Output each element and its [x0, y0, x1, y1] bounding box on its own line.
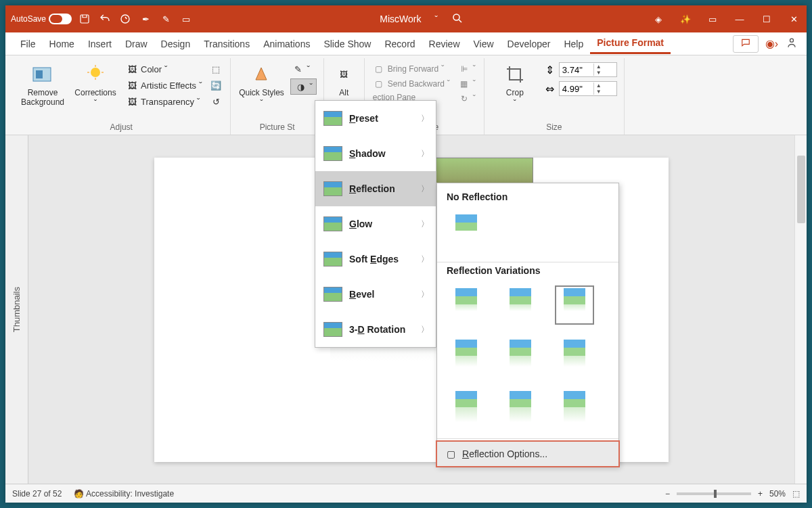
- height-input[interactable]: ▲▼: [559, 62, 617, 77]
- search-icon[interactable]: [451, 12, 465, 26]
- chevron-right-icon: 〉: [421, 183, 429, 195]
- svg-point-6: [91, 68, 100, 77]
- corrections-button[interactable]: Corrections ˇ: [72, 62, 119, 108]
- zoom-in-button[interactable]: +: [758, 489, 763, 499]
- toggle-switch[interactable]: On: [49, 14, 72, 24]
- group-button[interactable]: ▦ˇ: [457, 77, 477, 91]
- effects-3d-rotation[interactable]: 3-D Rotation〉: [315, 312, 436, 347]
- present-icon[interactable]: ▭: [179, 11, 194, 26]
- reflection-var-9[interactable]: [555, 388, 594, 428]
- tab-animations[interactable]: Animations: [256, 34, 317, 53]
- rotate-button[interactable]: ↻ˇ: [457, 92, 477, 106]
- reflection-none[interactable]: [447, 212, 486, 251]
- slide-counter[interactable]: Slide 27 of 52: [12, 489, 62, 499]
- reflection-var-1[interactable]: [447, 285, 486, 325]
- reflection-submenu: No Reflection Reflection Variations ▢ Re…: [436, 183, 619, 467]
- bring-forward-button[interactable]: ▢Bring Forward ˇ: [371, 62, 451, 76]
- eyedropper-icon[interactable]: ✒: [138, 11, 153, 26]
- width-input[interactable]: ▲▼: [559, 81, 617, 96]
- effects-reflection[interactable]: Reflection〉: [315, 171, 436, 206]
- align-button[interactable]: ⊫ˇ: [457, 62, 477, 76]
- reflection-var-5[interactable]: [501, 337, 540, 376]
- reflection-options-button[interactable]: ▢ Reflection Options...: [437, 442, 618, 466]
- thumbnails-label: Thumbnails: [12, 287, 22, 332]
- share-icon[interactable]: [785, 36, 798, 52]
- chevron-right-icon: 〉: [421, 218, 429, 230]
- accessibility-status[interactable]: 🧑 Accessibility: Investigate: [74, 489, 174, 499]
- vertical-scrollbar[interactable]: [794, 135, 807, 484]
- tab-developer[interactable]: Developer: [501, 34, 558, 53]
- divider: [437, 262, 618, 262]
- undo-icon[interactable]: [97, 11, 112, 26]
- zoom-out-button[interactable]: −: [665, 489, 670, 499]
- tab-design[interactable]: Design: [154, 34, 198, 53]
- color-button[interactable]: 🖼Color ˇ: [125, 62, 203, 76]
- tab-file[interactable]: File: [14, 34, 43, 53]
- reflection-var-7[interactable]: [447, 388, 486, 428]
- ribbon-tabs: File Home Insert Draw Design Transitions…: [5, 32, 807, 55]
- svg-point-2: [453, 14, 459, 20]
- tab-review[interactable]: Review: [422, 34, 467, 53]
- reflection-var-4[interactable]: [447, 337, 486, 376]
- reset-picture-button[interactable]: ↺: [208, 95, 223, 108]
- group-size: Crop ˇ ⇕ ▲▼ ⇔ ▲▼ Size: [484, 58, 625, 135]
- pen-icon[interactable]: ✎: [158, 11, 173, 26]
- reflection-var-3[interactable]: [555, 285, 594, 325]
- maximize-icon[interactable]: ☐: [759, 11, 774, 26]
- effects-preset[interactable]: Preset〉: [315, 101, 436, 136]
- fit-to-window-icon[interactable]: ⬚: [792, 489, 800, 499]
- effects-soft-edges[interactable]: Soft Edges〉: [315, 241, 436, 277]
- reflection-var-2[interactable]: [501, 285, 540, 325]
- effects-shadow[interactable]: Shadow〉: [315, 136, 436, 171]
- tab-slideshow[interactable]: Slide Show: [317, 34, 378, 53]
- effects-glow[interactable]: Glow〉: [315, 206, 436, 241]
- artistic-icon: 🖼: [126, 79, 138, 91]
- quick-styles-button[interactable]: Quick Styles ˇ: [238, 62, 285, 108]
- remove-background-button[interactable]: Remove Background: [19, 62, 66, 107]
- quick-styles-icon: [249, 62, 273, 87]
- tab-picture-format[interactable]: Picture Format: [590, 33, 671, 54]
- reflection-var-6[interactable]: [555, 337, 594, 376]
- group-adjust: Remove Background Corrections ˇ 🖼Color ˇ…: [12, 58, 231, 135]
- tab-draw[interactable]: Draw: [118, 34, 154, 53]
- close-icon[interactable]: ✕: [786, 11, 801, 26]
- tab-transitions[interactable]: Transitions: [197, 34, 256, 53]
- redo-icon[interactable]: [118, 11, 133, 26]
- zoom-value[interactable]: 50%: [769, 489, 786, 499]
- picture-effects-button[interactable]: ◑ˇ: [290, 78, 316, 95]
- zoom-slider[interactable]: [677, 492, 751, 495]
- send-backward-button[interactable]: ▢Send Backward ˇ: [371, 77, 451, 91]
- minimize-icon[interactable]: —: [732, 11, 747, 26]
- change-picture-button[interactable]: 🔄: [208, 78, 223, 92]
- send-backward-icon: ▢: [373, 78, 385, 90]
- svg-point-3: [790, 39, 794, 42]
- rotate-icon: ↻: [458, 93, 470, 105]
- diamond-icon[interactable]: ◈: [651, 11, 666, 26]
- window-icon[interactable]: ▭: [705, 11, 720, 26]
- tab-home[interactable]: Home: [43, 34, 81, 53]
- effects-bevel[interactable]: Bevel〉: [315, 277, 436, 312]
- chevron-right-icon: 〉: [421, 148, 429, 160]
- soft-edges-icon: [323, 252, 342, 267]
- crop-button[interactable]: Crop ˇ: [491, 62, 539, 108]
- tab-record[interactable]: Record: [378, 34, 422, 53]
- reflection-var-8[interactable]: [501, 388, 540, 428]
- artistic-effects-button[interactable]: 🖼Artistic Effects ˇ: [125, 78, 203, 92]
- thumbnails-rail[interactable]: Thumbnails: [5, 135, 28, 484]
- no-reflection-heading: No Reflection: [447, 191, 609, 202]
- comments-button[interactable]: [733, 35, 759, 53]
- document-name[interactable]: MiscWork: [380, 14, 421, 24]
- save-icon[interactable]: [77, 11, 92, 26]
- alt-text-button[interactable]: 🖼 Alt: [328, 62, 359, 97]
- remove-bg-icon: [30, 62, 55, 87]
- wand-icon[interactable]: ✨: [678, 11, 693, 26]
- autosave-toggle[interactable]: AutoSave On: [11, 14, 72, 24]
- alt-icon: 🖼: [332, 62, 356, 87]
- record-indicator-icon[interactable]: ◉›: [765, 37, 778, 50]
- tab-insert[interactable]: Insert: [81, 34, 118, 53]
- compress-button[interactable]: ⬚: [208, 62, 223, 76]
- transparency-button[interactable]: 🖼Transparency ˇ: [125, 95, 203, 108]
- tab-view[interactable]: View: [467, 34, 501, 53]
- tab-help[interactable]: Help: [557, 34, 590, 53]
- picture-border-button[interactable]: ✎ˇ: [290, 62, 316, 76]
